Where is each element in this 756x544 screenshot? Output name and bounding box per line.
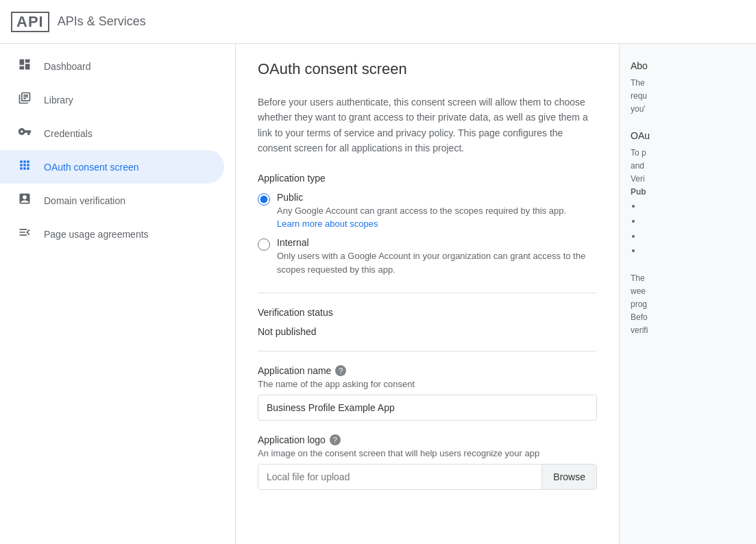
- credentials-icon: [16, 125, 33, 142]
- bullet-item-4: [642, 243, 745, 258]
- internal-label[interactable]: Internal: [277, 237, 597, 248]
- api-logo: API APIs & Services: [11, 12, 146, 32]
- radio-option-internal: Internal Only users with a Google Accoun…: [258, 237, 597, 276]
- right-panel-oauth-intro: To pandVeriPub: [631, 147, 745, 199]
- sidebar-item-domain-verification[interactable]: Domain verification: [0, 184, 224, 217]
- right-panel-footer-text: TheweeprogBefoverifi: [631, 272, 745, 338]
- file-upload-row: Browse: [258, 464, 597, 490]
- application-name-input[interactable]: [258, 395, 597, 421]
- content-wrapper: Dashboard Library Credentials: [0, 44, 756, 544]
- dashboard-icon: [16, 58, 33, 75]
- sidebar-item-dashboard[interactable]: Dashboard: [0, 49, 224, 83]
- browse-button[interactable]: Browse: [541, 465, 596, 489]
- application-logo-label: Application logo ?: [258, 434, 597, 445]
- main-content: OAuth consent screen Before your users a…: [236, 44, 619, 544]
- page-usage-icon: [16, 225, 33, 243]
- verification-status-value: Not published: [258, 326, 597, 337]
- page-description: Before your users authenticate, this con…: [258, 95, 597, 156]
- radio-internal[interactable]: [258, 238, 270, 251]
- sidebar-item-oauth-consent-screen[interactable]: OAuth consent screen: [0, 150, 224, 184]
- sidebar-label-dashboard: Dashboard: [44, 61, 91, 72]
- public-label-group: Public Any Google Account can grant acce…: [277, 192, 566, 230]
- application-name-label: Application name ?: [258, 365, 597, 376]
- application-type-label: Application type: [258, 173, 597, 184]
- sidebar-item-library[interactable]: Library: [0, 83, 224, 116]
- application-type-radio-group: Public Any Google Account can grant acce…: [258, 192, 597, 277]
- page-title: OAuth consent screen: [258, 60, 597, 78]
- bullet-item-3: [642, 229, 745, 244]
- sidebar-item-page-usage[interactable]: Page usage agreements: [0, 217, 224, 251]
- sidebar-label-library: Library: [44, 95, 73, 106]
- sidebar-label-domain: Domain verification: [44, 195, 125, 206]
- service-title: APIs & Services: [58, 14, 146, 29]
- right-panel-about-title: Abo: [631, 60, 745, 71]
- application-name-description: The name of the app asking for consent: [258, 379, 597, 389]
- application-name-help-icon[interactable]: ?: [335, 365, 346, 376]
- divider-1: [258, 293, 597, 293]
- internal-label-group: Internal Only users with a Google Accoun…: [277, 237, 597, 276]
- sidebar-label-oauth: OAuth consent screen: [44, 162, 139, 173]
- top-header: API APIs & Services: [0, 0, 756, 44]
- api-logo-text: API: [11, 12, 49, 32]
- right-panel-about-text: Therequyou': [631, 77, 745, 116]
- public-label[interactable]: Public: [277, 192, 566, 203]
- application-logo-description: An image on the consent screen that will…: [258, 448, 597, 458]
- verification-status-label: Verification status: [258, 307, 597, 318]
- bullet-item-2: [642, 214, 745, 229]
- application-type-section: Application type Public Any Google Accou…: [258, 173, 597, 277]
- radio-option-public: Public Any Google Account can grant acce…: [258, 192, 597, 230]
- radio-public[interactable]: [258, 193, 270, 206]
- right-panel-footer: TheweeprogBefoverifi: [631, 272, 745, 338]
- sidebar-label-credentials: Credentials: [44, 128, 93, 139]
- right-panel-oauth: OAu To pandVeriPub: [631, 130, 745, 258]
- file-upload-input[interactable]: [258, 465, 541, 489]
- sidebar-item-credentials[interactable]: Credentials: [0, 116, 224, 150]
- application-name-section: Application name ? The name of the app a…: [258, 365, 597, 421]
- right-panel-oauth-title: OAu: [631, 130, 745, 141]
- sidebar: Dashboard Library Credentials: [0, 44, 236, 544]
- oauth-icon: [16, 158, 33, 175]
- right-panel-bullet-list: [631, 199, 745, 258]
- bullet-item-1: [642, 199, 745, 214]
- public-description: Any Google Account can grant access to t…: [277, 204, 566, 218]
- right-panel: Abo Therequyou' OAu To pandVeriPub Thewe…: [619, 44, 756, 544]
- sidebar-label-page-usage: Page usage agreements: [44, 229, 149, 240]
- learn-more-link[interactable]: Learn more about scopes: [277, 219, 566, 229]
- application-logo-section: Application logo ? An image on the conse…: [258, 434, 597, 490]
- domain-icon: [16, 192, 33, 209]
- internal-description: Only users with a Google Account in your…: [277, 249, 597, 276]
- verification-status-section: Verification status Not published: [258, 307, 597, 337]
- divider-2: [258, 351, 597, 351]
- right-panel-about: Abo Therequyou': [631, 60, 745, 116]
- application-logo-help-icon[interactable]: ?: [330, 434, 341, 445]
- library-icon: [16, 91, 33, 108]
